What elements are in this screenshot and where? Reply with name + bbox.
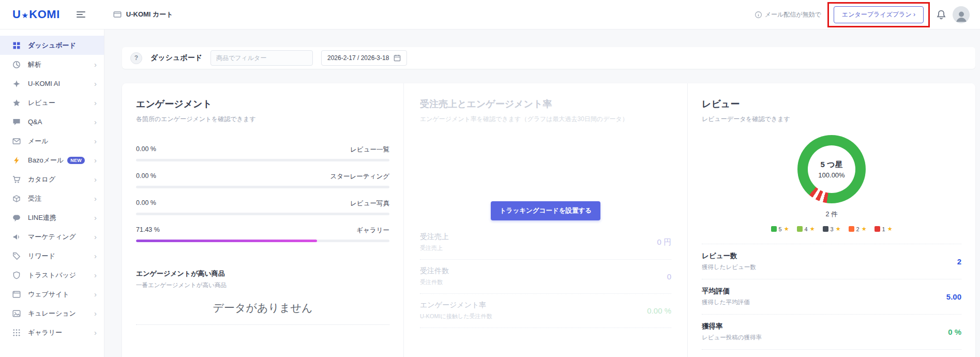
help-button[interactable]: ?: [130, 52, 142, 64]
chevron-right-icon: ›: [94, 252, 97, 260]
sales-title: 受注売上とエンゲージメント率: [420, 98, 671, 110]
sidebar-item-reviews[interactable]: レビュー ›: [0, 93, 104, 112]
setup-tracking-code-button[interactable]: トラッキングコードを設置する: [491, 201, 600, 220]
sidebar-item-website[interactable]: ウェブサイト ›: [0, 285, 104, 304]
stat-value: 2: [957, 257, 961, 266]
hamburger-icon: [77, 14, 83, 15]
sidebar-item-ukomi-ai[interactable]: U-KOMI AI ›: [0, 74, 104, 93]
sidebar-item-label: レビュー: [28, 98, 55, 108]
stat-sublabel: 獲得した平均評価: [702, 299, 750, 306]
notifications-bell-button[interactable]: [936, 9, 946, 20]
chevron-right-icon: ›: [94, 195, 97, 202]
main-content: ? ダッシュボード 2026-2-17 / 2026-3-18 エンゲージメント…: [104, 29, 980, 357]
sidebar-toggle[interactable]: [77, 11, 85, 18]
chat-bubble-icon: [12, 118, 21, 126]
storefront-icon: [113, 10, 122, 19]
sales-row-value: 0.00 %: [647, 306, 671, 315]
sparkle-icon: [12, 80, 21, 88]
sidebar-item-marketing[interactable]: マーケティング ›: [0, 227, 104, 246]
chevron-right-icon: ›: [94, 61, 97, 68]
top-product-subtitle: 一番エンゲージメントが高い商品: [136, 281, 389, 289]
engagement-rows: 0.00 % レビュー一覧 0.00 % スターレーティング: [136, 145, 389, 242]
chevron-right-icon: ›: [94, 309, 97, 317]
star-icon: [12, 99, 21, 107]
sidebar-item-catalog[interactable]: カタログ ›: [0, 170, 104, 189]
donut-star-label: 5 つ星: [818, 160, 845, 170]
chevron-right-icon: ›: [94, 156, 97, 164]
legend-swatch: [797, 226, 803, 232]
sales-row: 受注件数 受注件数 0: [420, 260, 671, 294]
sidebar-item-label: ダッシュボード: [28, 41, 76, 50]
engagement-row: 0.00 % レビュー一覧: [136, 145, 389, 161]
top-engagement-product: エンゲージメントが高い商品 一番エンゲージメントが高い商品 データがありません: [136, 269, 389, 325]
legend-swatch: [849, 226, 854, 232]
empty-state-text: データがありません: [136, 301, 389, 325]
user-avatar[interactable]: [953, 6, 970, 23]
sidebar-item-orders[interactable]: 受注 ›: [0, 189, 104, 208]
sidebar-item-curation[interactable]: キュレーション ›: [0, 304, 104, 323]
chevron-right-icon: ›: [94, 80, 97, 87]
sales-row-value: 0: [667, 272, 671, 281]
sidebar-item-dashboard[interactable]: ダッシュボード: [0, 36, 104, 55]
date-range-picker[interactable]: 2026-2-17 / 2026-3-18: [321, 50, 407, 66]
sidebar-item-mail[interactable]: メール ›: [0, 131, 104, 151]
dashboard-icon: [12, 41, 21, 50]
sidebar-item-label: ウェブサイト: [28, 290, 69, 299]
engagement-label: レビュー一覧: [350, 145, 389, 154]
legend-label: 3: [831, 226, 834, 232]
legend-item: 1 ★: [875, 226, 893, 232]
lightning-icon: [12, 156, 21, 165]
sidebar-item-trust-badge[interactable]: トラストバッジ ›: [0, 265, 104, 285]
enterprise-plan-button[interactable]: エンタープライズプラン ›: [834, 6, 924, 23]
legend-swatch: [875, 226, 880, 232]
shield-icon: [12, 271, 21, 279]
logo-text-komi: KOMI: [29, 8, 59, 21]
sidebar-item-analytics[interactable]: 解析 ›: [0, 55, 104, 74]
app-screen: U★KOMI U-KOMI カート メール配信が無効で エンタープライズプラン …: [0, 0, 980, 357]
legend-label: 1: [882, 226, 885, 232]
logo-star-icon: ★: [21, 11, 28, 20]
sidebar-item-label: キュレーション: [28, 309, 76, 318]
sidebar-item-qa[interactable]: Q&A ›: [0, 112, 104, 131]
product-filter-input[interactable]: [210, 50, 313, 66]
date-range-value: 2026-2-17 / 2026-3-18: [327, 54, 389, 62]
sidebar-item-bazo-mail[interactable]: Bazoメール NEW ›: [0, 151, 104, 170]
review-title: レビュー: [702, 98, 961, 110]
page-title: ダッシュボード: [150, 53, 202, 63]
engagement-subtitle: 各箇所のエンゲージメントを確認できます: [136, 115, 389, 124]
sales-panel: 受注売上とエンゲージメント率 エンゲージメント率を確認できます（グラフは最大過去…: [403, 83, 688, 357]
star-icon: ★: [784, 226, 789, 232]
engagement-percent: 0.00 %: [136, 172, 156, 181]
legend-item: 3 ★: [823, 226, 841, 232]
info-icon: [755, 11, 762, 19]
star-legend: 5 ★ 4 ★ 3 ★ 2: [702, 226, 961, 232]
line-bubble-icon: [12, 214, 21, 222]
sidebar-item-rewards[interactable]: リワード ›: [0, 246, 104, 265]
cart-icon: [12, 175, 21, 184]
legend-label: 4: [805, 226, 808, 232]
store-selector[interactable]: U-KOMI カート: [113, 10, 173, 19]
calendar-icon: [394, 54, 401, 62]
engagement-label: スターレーティング: [330, 172, 389, 181]
new-badge: NEW: [67, 157, 85, 164]
person-icon: [954, 9, 969, 23]
sales-rows: 受注売上 受注売上 0 円 受注件数 受注件数 0: [420, 226, 671, 328]
engagement-percent: 0.00 %: [136, 199, 156, 208]
hamburger-icon: [77, 11, 85, 12]
sidebar-item-label: トラストバッジ: [28, 271, 76, 280]
legend-item: 5 ★: [771, 226, 789, 232]
legend-label: 5: [779, 226, 782, 232]
sidebar-item-line[interactable]: LINE連携 ›: [0, 208, 104, 227]
chevron-right-icon: ›: [94, 329, 97, 336]
progress-track: [136, 159, 389, 161]
hamburger-icon: [77, 17, 85, 18]
analytics-icon: [12, 61, 21, 69]
stat-value: 5.00: [946, 292, 961, 301]
progress-fill: [136, 240, 317, 242]
review-subtitle: レビューデータを確認できます: [702, 115, 961, 124]
star-icon: ★: [862, 226, 867, 232]
sidebar-item-gallery[interactable]: ギャラリー ›: [0, 323, 104, 342]
ukomi-logo: U★KOMI: [12, 8, 60, 21]
sales-row-sublabel: 受注売上: [420, 244, 449, 252]
legend-swatch: [823, 226, 828, 232]
